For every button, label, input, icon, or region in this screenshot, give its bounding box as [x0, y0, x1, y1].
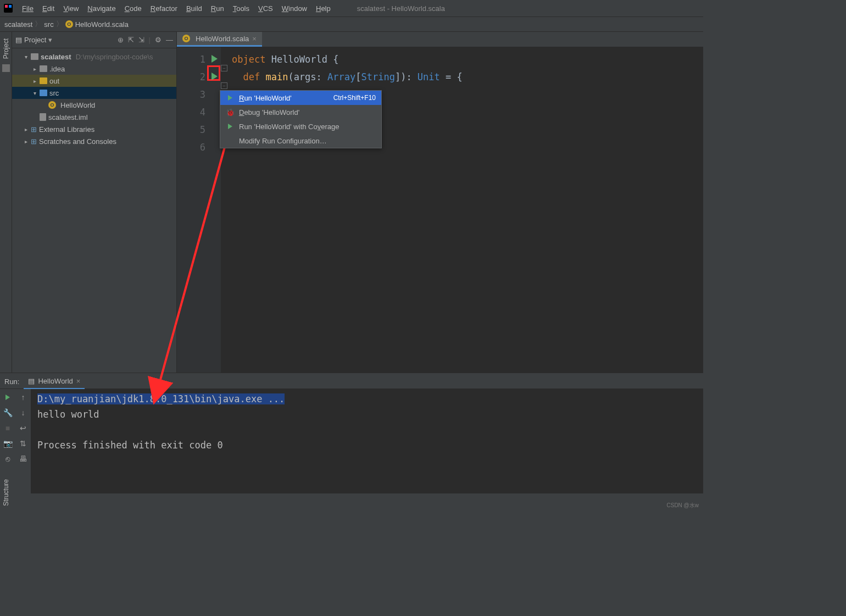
folder-icon	[40, 77, 47, 84]
expand-icon[interactable]: ⇱	[128, 36, 134, 44]
run-gutter-icon[interactable]	[212, 73, 218, 80]
app-logo-icon	[3, 3, 13, 13]
print-icon[interactable]: 🖶	[18, 454, 28, 464]
rerun-icon[interactable]	[3, 392, 13, 402]
menu-build[interactable]: Build	[182, 4, 207, 13]
scala-object-icon: O	[48, 101, 56, 109]
tree-item[interactable]: ▸⊞ External Libraries	[12, 123, 176, 135]
scroll-icon[interactable]: ⇅	[18, 439, 28, 448]
context-menu-item[interactable]: Modify Run Configuration…	[220, 134, 381, 148]
run-panel-body: 🔧 ■ 📷 ⎋ ↑ ↓ ↩ ⇅ 🖶 D:\my_ruanjian\jdk1.8.…	[0, 389, 703, 493]
run-icon	[226, 93, 235, 102]
scala-object-icon: O	[65, 20, 73, 28]
run-tab-icon: ▤	[28, 377, 35, 385]
close-icon[interactable]: ×	[76, 377, 81, 385]
gutter-line[interactable]: 1	[177, 51, 221, 68]
menu-window[interactable]: Window	[277, 4, 311, 13]
tree-item[interactable]: ▾src	[12, 87, 176, 99]
tree-root[interactable]: ▾ scalatest D:\my\springboot-code\s	[12, 51, 176, 63]
menu-tools[interactable]: Tools	[229, 4, 254, 13]
tree-item[interactable]: ▸out	[12, 75, 176, 87]
menu-help[interactable]: Help	[311, 4, 335, 13]
console-output[interactable]: D:\my_ruanjian\jdk1.8.0_131\bin\java.exe…	[31, 389, 703, 493]
scala-object-icon: O	[182, 35, 190, 42]
lib-icon: ⊞	[31, 125, 37, 134]
project-tool-tab[interactable]: Project	[2, 36, 10, 61]
chevron-down-icon[interactable]: ▾	[48, 36, 52, 44]
folder-icon	[40, 65, 47, 72]
project-panel-icon: ▤	[15, 36, 22, 44]
soft-wrap-icon[interactable]: ↩	[18, 423, 28, 433]
gutter-line[interactable]: 2	[177, 68, 221, 86]
close-icon[interactable]: ×	[252, 35, 257, 43]
editor-tabs: O HelloWorld.scala ×	[177, 32, 703, 47]
gutter-line[interactable]: 5	[177, 121, 221, 138]
context-menu-item[interactable]: Run 'HelloWorld'Ctrl+Shift+F10	[220, 91, 381, 105]
menu-code[interactable]: Code	[120, 4, 146, 13]
fold-icon[interactable]: −	[221, 65, 227, 71]
project-panel: ▤ Project ▾ ⊕ ⇱ ⇲ | ⚙ — ▾ scalatest D:\m…	[12, 32, 177, 373]
run-config-tab[interactable]: ▤ HelloWorld ×	[24, 375, 85, 389]
tree-item[interactable]: ▸⊞ Scratches and Consoles	[12, 135, 176, 147]
breadcrumb-src[interactable]: src	[44, 20, 53, 29]
project-tree[interactable]: ▾ scalatest D:\my\springboot-code\s ▸.id…	[12, 48, 176, 149]
context-menu-item[interactable]: 🐞Debug 'HelloWorld'	[220, 105, 381, 119]
editor-area: O HelloWorld.scala × 123456 −object Hell…	[177, 32, 703, 373]
collapse-icon[interactable]: ⇲	[138, 36, 144, 44]
gutter-context-menu: Run 'HelloWorld'Ctrl+Shift+F10🐞Debug 'He…	[220, 90, 382, 148]
tree-item[interactable]: scalatest.iml	[12, 111, 176, 123]
editor-tab-label: HelloWorld.scala	[196, 35, 249, 43]
gear-icon[interactable]: ⚙	[155, 36, 162, 44]
left-tool-strip: Project	[0, 32, 12, 373]
breadcrumb-file[interactable]: HelloWorld.scala	[75, 20, 129, 29]
module-icon	[31, 53, 38, 60]
tree-item[interactable]: ▸.idea	[12, 63, 176, 75]
menu-navigate[interactable]: Navigate	[83, 4, 120, 13]
chevron-right-icon: 〉	[54, 19, 65, 29]
scratch-icon: ⊞	[31, 137, 37, 146]
file-icon	[40, 113, 46, 121]
run-toolbar-secondary: ↑ ↓ ↩ ⇅ 🖶	[15, 389, 31, 493]
editor-gutter[interactable]: 123456	[177, 47, 221, 373]
editor-tab[interactable]: O HelloWorld.scala ×	[177, 32, 262, 47]
chevron-right-icon: 〉	[32, 19, 44, 29]
locate-icon[interactable]: ⊕	[118, 36, 124, 44]
code-line[interactable]: − def main(args: Array[String]): Unit = …	[221, 68, 703, 86]
structure-tool-tab[interactable]: Structure	[2, 477, 10, 508]
folder-icon	[40, 90, 47, 96]
run-tab-label: HelloWorld	[38, 377, 73, 385]
down-icon[interactable]: ↓	[18, 408, 28, 418]
run-panel-header: Run: ▤ HelloWorld ×	[0, 375, 703, 389]
breadcrumb: scalatest 〉 src 〉 O HelloWorld.scala	[0, 16, 703, 32]
watermark: CSDN @水w	[667, 502, 699, 509]
gutter-line[interactable]: 3	[177, 86, 221, 103]
breadcrumb-root[interactable]: scalatest	[4, 20, 32, 29]
hide-icon[interactable]: —	[166, 36, 173, 44]
menu-vcs[interactable]: VCS	[254, 4, 277, 13]
main-area: Project ▤ Project ▾ ⊕ ⇱ ⇲ | ⚙ — ▾ scal	[0, 32, 703, 373]
project-panel-title: Project	[24, 36, 46, 44]
menu-edit[interactable]: Edit	[38, 4, 59, 13]
coverage-icon	[226, 122, 235, 131]
run-label: Run:	[4, 378, 19, 386]
gutter-line[interactable]: 4	[177, 103, 221, 121]
tool-button[interactable]	[2, 64, 10, 72]
run-gutter-icon[interactable]	[212, 55, 218, 63]
menu-run[interactable]: Run	[207, 4, 229, 13]
bug-icon: 🐞	[226, 108, 235, 116]
menu-bar: File Edit View Navigate Code Refactor Bu…	[0, 0, 703, 16]
menu-file[interactable]: File	[18, 4, 38, 13]
fold-icon[interactable]: −	[221, 82, 227, 89]
menu-refactor[interactable]: Refactor	[146, 4, 182, 13]
context-menu-item[interactable]: Run 'HelloWorld' with Coverage	[220, 119, 381, 134]
code-line[interactable]: −object HelloWorld {	[221, 51, 703, 68]
gutter-line[interactable]: 6	[177, 138, 221, 156]
tree-item[interactable]: OHelloWorld	[12, 99, 176, 111]
project-panel-header: ▤ Project ▾ ⊕ ⇱ ⇲ | ⚙ —	[12, 32, 176, 48]
window-title: scalatest - HelloWorld.scala	[357, 4, 445, 13]
up-icon[interactable]: ↑	[18, 392, 28, 402]
menu-view[interactable]: View	[59, 4, 83, 13]
